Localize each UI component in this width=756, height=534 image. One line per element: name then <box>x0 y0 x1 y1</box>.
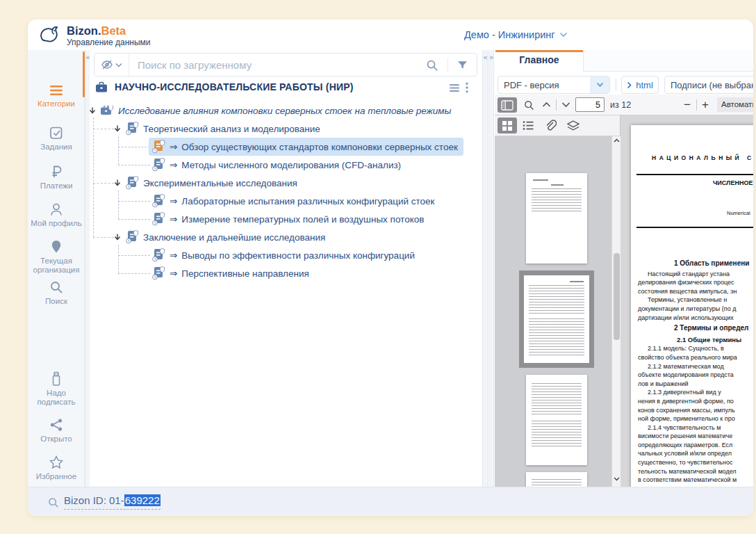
sidebar-item-label: Мой профиль <box>28 219 85 228</box>
divider <box>556 99 557 111</box>
pdf-text-line: определяющих параметров. Есл <box>638 441 753 450</box>
tree-panel-splitter[interactable]: « <box>482 50 488 487</box>
pdf-text-line: в соответствии математической м <box>638 476 753 485</box>
sidebar-item-to-sign[interactable]: Надо подписать <box>28 371 85 407</box>
organization-selector[interactable]: Демо - Инжиниринг <box>464 29 568 40</box>
tree-connector <box>118 147 150 147</box>
zoom-out-icon[interactable]: − <box>684 99 691 111</box>
sidebar-item-payments[interactable]: Платежи <box>28 164 85 191</box>
thumb-text <box>570 281 584 282</box>
tree-more-icon[interactable] <box>466 82 468 93</box>
tree-node-section[interactable]: Экспериментальные исследования <box>114 174 297 192</box>
tree-connector <box>118 219 150 220</box>
pdf-text-line: конов сохранения массы, импуль <box>638 406 753 415</box>
zoom-level-value: Автоматически <box>721 100 753 108</box>
tree-node-document[interactable]: ⇒ Выводы по эффективности различных конф… <box>149 246 420 264</box>
layers-icon[interactable] <box>567 120 580 131</box>
tree-connector <box>93 237 114 238</box>
page-thumbnail-4[interactable] <box>526 173 587 264</box>
sidebar-item-label: Задания <box>28 143 85 152</box>
sidebar-item-categories[interactable]: Категории <box>28 83 85 108</box>
html-version-button[interactable]: html <box>621 76 659 94</box>
signatures-select[interactable]: Подписи (не выбрано) <box>664 76 753 94</box>
sidebar-item-search[interactable]: Поиск <box>28 280 85 306</box>
eye-off-icon <box>101 58 113 71</box>
page-thumbnail-6[interactable] <box>526 375 587 465</box>
tree-node-document[interactable]: ⇒ Методы численного моделирования (CFD-а… <box>149 156 406 174</box>
thumb-text <box>529 285 584 314</box>
thumbnails-grid-icon <box>502 120 513 131</box>
zoom-level-select[interactable]: Автоматически <box>717 97 753 112</box>
search-input[interactable] <box>129 59 425 71</box>
tree-connector <box>118 165 150 165</box>
pdf-viewer[interactable]: НАЦИОНАЛЬНЫЙ С ЧИСЛЕННОЕ Numerical 1 Обл… <box>621 115 753 487</box>
tree-menu-icon[interactable] <box>449 83 460 92</box>
sidebar-item-profile[interactable]: Мой профиль <box>28 202 85 228</box>
pdf-search-icon[interactable] <box>523 99 534 111</box>
search-scope-selector[interactable] <box>94 54 129 76</box>
pdf-page-5: НАЦИОНАЛЬНЫЙ С ЧИСЛЕННОЕ Numerical 1 Обл… <box>631 125 753 487</box>
pdf-sidebar-toggle-button[interactable] <box>498 97 517 113</box>
usb-token-icon <box>49 371 63 387</box>
active-tab-indicator <box>495 50 583 52</box>
sidebar-item-organization[interactable]: Текущая организация <box>28 239 85 275</box>
document-tabs: Главное <box>495 50 753 72</box>
tree-connector <box>118 191 119 219</box>
node-prefix: ⇒ <box>170 268 177 279</box>
page-thumbnail-5-selected[interactable] <box>519 270 594 368</box>
page-count-label: из 12 <box>610 100 631 110</box>
tree-node-document[interactable]: ⇒ Перспективные направления <box>149 264 315 282</box>
scrollbar-thumb[interactable] <box>614 253 620 340</box>
pdf-text-line: 2.1.1 модель: Сущность, в <box>648 344 753 353</box>
tree-node-document[interactable]: ⇒ Лабораторные испытания различных конфи… <box>149 192 441 210</box>
tree-node-label: Методы численного моделирования (CFD-ана… <box>181 160 401 170</box>
signatures-select-value: Подписи (не выбрано) <box>665 80 753 90</box>
tasks-icon <box>49 125 64 140</box>
bizon-id[interactable]: Bizon ID: 01-639222 <box>64 494 161 510</box>
thumbnails-view-button[interactable] <box>498 118 517 134</box>
page-thumbnail-7[interactable] <box>526 472 587 487</box>
tab-label: Главное <box>519 54 559 65</box>
status-bar: Bizon ID: 01-639222 <box>28 487 753 516</box>
version-select[interactable]: PDF - версия <box>498 76 610 94</box>
document-panel-splitter[interactable]: » <box>488 50 494 487</box>
tree-node-root[interactable]: Исследование влияния компоновки серверны… <box>89 102 452 120</box>
thumbnail-scrollbar[interactable] <box>611 136 621 487</box>
tree-connector <box>93 118 94 237</box>
tree-node-document[interactable]: ⇒ Измерение температурных полей и воздуш… <box>149 210 429 228</box>
sidebar-item-tasks[interactable]: Задания <box>28 125 85 152</box>
tree-title: НАУЧНО-ИССЛЕДОВАТЕЛЬСКИЕ РАБОТЫ (НИР) <box>115 81 354 92</box>
page-number-input[interactable] <box>575 97 605 112</box>
page-text: 1 Область применени Настоящий стандарт у… <box>631 257 753 485</box>
outline-view-icon[interactable] <box>523 120 534 131</box>
expand-arrow-icon[interactable] <box>114 125 121 133</box>
pdf-text-line: 2.1.2 математическая мод <box>648 362 753 371</box>
expand-arrow-icon[interactable] <box>114 179 121 187</box>
search-icon[interactable] <box>425 58 438 72</box>
collapse-left-icon[interactable]: « <box>483 53 487 63</box>
previous-page-icon[interactable] <box>542 102 551 108</box>
tree-node-document-selected[interactable]: ⇒ Обзор существующих стандартов компонов… <box>149 138 463 156</box>
next-page-icon[interactable] <box>561 102 570 108</box>
filter-icon[interactable] <box>457 60 468 70</box>
search-icon <box>49 280 64 295</box>
sidebar-item-label: Избранное <box>28 472 85 481</box>
brand-main: Bizon. <box>67 24 101 37</box>
expand-arrow-icon[interactable] <box>89 107 96 115</box>
tree-node-section[interactable]: Теоретический анализ и моделирование <box>114 120 320 138</box>
tree-node-section[interactable]: Заключение и дальнейшие исследования <box>114 228 325 246</box>
sidebar-item-favorites[interactable]: Избранное <box>28 455 85 481</box>
expand-arrow-icon[interactable] <box>114 234 121 241</box>
attachments-icon[interactable] <box>545 119 557 131</box>
tab-main[interactable]: Главное <box>495 50 584 72</box>
sidebar-item-open[interactable]: Открыто <box>28 417 85 444</box>
bizon-logo-icon <box>38 23 63 47</box>
expand-right-icon[interactable]: » <box>489 53 493 63</box>
tree-connector <box>118 245 119 273</box>
pdf-text-line: объекте моделирования предста <box>638 371 753 380</box>
tree-node-label: Исследование влияния компоновки серверны… <box>118 106 452 116</box>
tree-node-label: Теоретический анализ и моделирование <box>143 124 320 134</box>
menu-icon <box>49 83 64 97</box>
zoom-in-icon[interactable]: + <box>702 99 709 111</box>
tree-connector <box>118 136 119 165</box>
